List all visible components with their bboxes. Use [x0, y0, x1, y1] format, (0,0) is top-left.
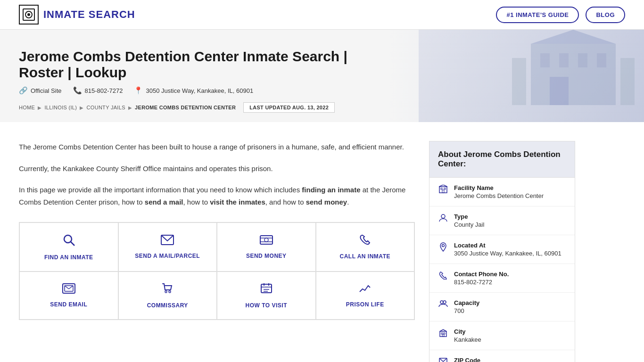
action-call-inmate-label: CALL AN INMATE	[340, 253, 390, 260]
sidebar-row-capacity: Capacity 700	[429, 293, 575, 321]
svg-point-35	[441, 214, 445, 218]
mail-icon	[161, 235, 174, 248]
sidebar-row-location: Located At 3050 Justice Way, Kankakee, I…	[429, 235, 575, 264]
hero-meta: 🔗 Official Site 📞 815-802-7272 📍 3050 Ju…	[19, 86, 625, 95]
action-send-money[interactable]: SEND MONEY	[217, 222, 316, 272]
svg-rect-6	[578, 53, 587, 67]
chart-icon	[359, 283, 371, 296]
svg-point-38	[443, 301, 446, 304]
sidebar-row-type: Type County Jail	[429, 206, 575, 235]
phone-icon: 📞	[73, 86, 82, 95]
facility-name-value: Jerome Combs Detention Center	[454, 192, 566, 199]
hero-section: Jerome Combs Detention Center Inmate Sea…	[0, 30, 644, 122]
zip-label: ZIP Code	[454, 357, 566, 362]
address-link[interactable]: 📍 3050 Justice Way, Kankakee, IL, 60901	[134, 86, 253, 95]
type-content: Type County Jail	[454, 213, 566, 228]
capacity-icon	[438, 300, 448, 310]
action-grid: FIND AN INMATE SEND A MAIL/PARCEL	[19, 222, 415, 320]
svg-point-2	[27, 13, 30, 16]
action-send-money-label: SEND MONEY	[246, 253, 287, 259]
phone-label: Contact Phone No.	[454, 271, 566, 278]
official-site-link[interactable]: 🔗 Official Site	[19, 86, 62, 95]
svg-rect-10	[512, 58, 526, 105]
capacity-label: Capacity	[454, 299, 566, 306]
header-nav: #1 INMATE'S GUIDE BLOG	[496, 7, 625, 23]
city-value: Kankakee	[454, 336, 566, 343]
location-icon: 📍	[134, 86, 143, 95]
city-label: City	[454, 328, 566, 335]
para3-bold2: send a mail	[145, 198, 183, 206]
svg-rect-32	[441, 188, 442, 189]
official-site-label: Official Site	[31, 87, 62, 94]
action-send-email[interactable]: SEND EMAIL	[19, 272, 118, 320]
para3-start: In this page we provide all the importan…	[19, 186, 302, 194]
guide-button[interactable]: #1 INMATE'S GUIDE	[496, 7, 579, 23]
svg-rect-5	[559, 53, 569, 67]
last-updated-badge: LAST UPDATED AUG. 13, 2022	[243, 102, 335, 113]
breadcrumb-sep-1: ▶	[38, 105, 41, 110]
svg-rect-39	[440, 331, 446, 337]
svg-rect-34	[442, 190, 444, 193]
para3-bold4: send money	[306, 198, 347, 206]
action-send-email-label: SEND EMAIL	[50, 301, 87, 308]
cart-icon	[161, 282, 173, 297]
sidebar-row-zip: ZIP Code 60901	[429, 350, 575, 362]
page-title: Jerome Combs Detention Center Inmate Sea…	[19, 49, 396, 81]
action-find-inmate-label: FIND AN INMATE	[44, 254, 93, 261]
blog-button[interactable]: BLOG	[586, 7, 625, 23]
action-send-mail[interactable]: SEND A MAIL/PARCEL	[118, 222, 217, 272]
sidebar-box: About Jerome Combs Detention Center: Fac…	[429, 141, 575, 362]
breadcrumb-sep-3: ▶	[128, 105, 132, 110]
phone-content: Contact Phone No. 815-802-7272	[454, 271, 566, 286]
logo-icon	[19, 5, 39, 25]
link-icon: 🔗	[19, 86, 28, 95]
pin-icon	[438, 242, 448, 254]
action-commissary[interactable]: COMMISSARY	[118, 272, 217, 320]
content-left: The Jerome Combs Detention Center has be…	[19, 141, 415, 362]
phone-value: 815-802-7272	[85, 87, 123, 94]
svg-rect-11	[620, 58, 635, 105]
breadcrumb-home[interactable]: HOME	[19, 105, 35, 110]
action-how-to-visit[interactable]: HOW TO VISIT	[217, 272, 316, 320]
svg-rect-33	[444, 188, 446, 189]
phone-value-detail: 815-802-7272	[454, 279, 566, 286]
type-icon	[438, 214, 448, 224]
action-send-mail-label: SEND A MAIL/PARCEL	[135, 253, 200, 259]
header: INMATE SEARCH #1 INMATE'S GUIDE BLOG	[0, 0, 644, 30]
action-prison-life[interactable]: PRISON LIFE	[316, 272, 415, 320]
facility-name-content: Facility Name Jerome Combs Detention Cen…	[454, 184, 566, 199]
para3-mid3: , and how to	[265, 198, 306, 206]
para3-mid2: , how to	[183, 198, 210, 206]
phone-link[interactable]: 📞 815-802-7272	[73, 86, 123, 95]
sidebar-header: About Jerome Combs Detention Center:	[429, 141, 575, 178]
svg-rect-15	[260, 236, 272, 244]
email-icon	[62, 283, 75, 296]
svg-rect-7	[597, 53, 606, 67]
facility-name-label: Facility Name	[454, 184, 566, 191]
intro-paragraph-3: In this page we provide all the importan…	[19, 184, 415, 208]
location-value: 3050 Justice Way, Kankakee, IL, 60901	[454, 250, 566, 257]
svg-line-13	[71, 242, 74, 246]
sidebar-row-city: City Kankakee	[429, 321, 575, 350]
intro-paragraph-2: Currently, the Kankakee County Sheriff O…	[19, 163, 415, 175]
action-how-to-visit-label: HOW TO VISIT	[246, 302, 287, 309]
svg-point-37	[440, 301, 443, 304]
search-icon	[62, 233, 75, 249]
logo[interactable]: INMATE SEARCH	[19, 5, 135, 25]
city-icon	[438, 329, 448, 339]
location-content: Located At 3050 Justice Way, Kankakee, I…	[454, 242, 566, 257]
breadcrumb-county[interactable]: COUNTY JAILS	[87, 105, 125, 110]
para3-end: .	[347, 198, 349, 206]
logo-text: INMATE SEARCH	[43, 8, 135, 21]
svg-rect-40	[441, 333, 443, 334]
action-find-inmate[interactable]: FIND AN INMATE	[19, 222, 118, 272]
visit-icon	[260, 282, 272, 297]
action-call-inmate[interactable]: CALL AN INMATE	[316, 222, 415, 272]
capacity-content: Capacity 700	[454, 299, 566, 314]
type-value: County Jail	[454, 221, 566, 228]
phone-call-icon	[359, 234, 371, 248]
svg-rect-3	[531, 44, 616, 105]
sidebar-row-facility: Facility Name Jerome Combs Detention Cen…	[429, 178, 575, 206]
sidebar-row-phone: Contact Phone No. 815-802-7272	[429, 264, 575, 293]
breadcrumb-state[interactable]: ILLINOIS (IL)	[45, 105, 77, 110]
